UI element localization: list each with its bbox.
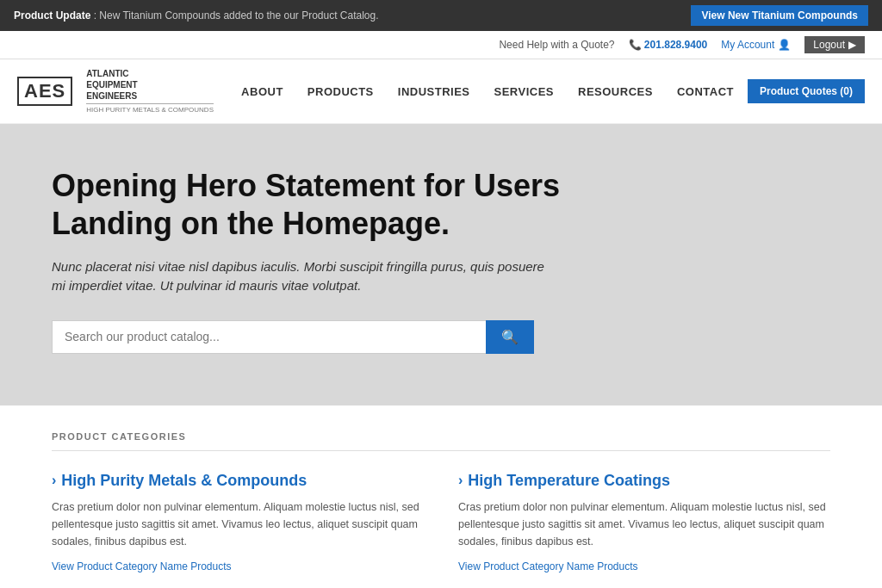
logo-text: ATLANTIC EQUIPMENT ENGINEERS HIGH PURITY…	[86, 68, 214, 115]
account-icon: 👤	[778, 39, 791, 51]
product-quotes-button[interactable]: Product Quotes (0)	[748, 79, 865, 103]
hero-headline: Opening Hero Statement for Users Landing…	[52, 167, 568, 241]
chevron-right-icon-0: ›	[52, 473, 56, 488]
logo-letters: AES	[24, 82, 65, 101]
view-titanium-compounds-button[interactable]: View New Titanium Compounds	[691, 5, 868, 26]
hero-subtext: Nunc placerat nisi vitae nisl dapibus ia…	[52, 257, 551, 296]
category-link-1[interactable]: View Product Category Name Products	[458, 560, 638, 573]
category-item-0: › High Purity Metals & Compounds Cras pr…	[52, 472, 424, 573]
categories-label: PRODUCT CATEGORIES	[52, 431, 830, 442]
header-top-bar: Need Help with a Quote? 📞 201.828.9400 M…	[0, 31, 882, 59]
category-title-1[interactable]: › High Temperature Coatings	[458, 472, 830, 490]
category-desc-1: Cras pretium dolor non pulvinar elementu…	[458, 498, 830, 550]
category-name-1: High Temperature Coatings	[468, 472, 670, 490]
category-name-0: High Purity Metals & Compounds	[61, 472, 307, 490]
nav-item-resources[interactable]: RESOURCES	[568, 80, 663, 103]
logout-button[interactable]: Logout ▶	[804, 36, 865, 53]
phone-icon: 📞	[629, 39, 644, 51]
nav-item-contact[interactable]: CONTACT	[667, 80, 744, 103]
categories-divider	[52, 450, 830, 451]
logout-arrow-icon: ▶	[848, 39, 856, 51]
main-header: AES ATLANTIC EQUIPMENT ENGINEERS HIGH PU…	[0, 59, 882, 124]
my-account-label: My Account	[721, 39, 774, 51]
logo-box: AES	[17, 77, 72, 106]
chevron-right-icon-1: ›	[458, 473, 463, 488]
logout-label: Logout	[813, 39, 845, 51]
logo-tagline: HIGH PURITY METALS & COMPOUNDS	[86, 103, 214, 115]
search-icon: 🔍	[501, 330, 519, 344]
my-account-link[interactable]: My Account 👤	[721, 39, 791, 51]
main-navigation: ABOUT PRODUCTS INDUSTRIES SERVICES RESOU…	[231, 79, 865, 103]
nav-item-industries[interactable]: INDUSTRIES	[388, 80, 481, 103]
phone-number[interactable]: 📞 201.828.9400	[629, 39, 708, 51]
banner-text: Product Update : New Titanium Compounds …	[14, 9, 379, 22]
banner-text-body: : New Titanium Compounds added to the ou…	[94, 9, 379, 22]
banner-text-bold: Product Update	[14, 9, 90, 22]
categories-section: PRODUCT CATEGORIES › High Purity Metals …	[0, 405, 882, 588]
company-line1: ATLANTIC	[86, 68, 214, 79]
search-button[interactable]: 🔍	[486, 320, 534, 354]
category-item-1: › High Temperature Coatings Cras pretium…	[458, 472, 830, 573]
nav-item-about[interactable]: ABOUT	[231, 80, 294, 103]
category-link-0[interactable]: View Product Category Name Products	[52, 560, 232, 573]
top-banner: Product Update : New Titanium Compounds …	[0, 0, 882, 31]
search-bar: 🔍	[52, 320, 534, 354]
categories-grid: › High Purity Metals & Compounds Cras pr…	[52, 472, 830, 588]
hero-section: Opening Hero Statement for Users Landing…	[0, 124, 882, 405]
logo[interactable]: AES ATLANTIC EQUIPMENT ENGINEERS HIGH PU…	[17, 68, 214, 115]
nav-item-products[interactable]: PRODUCTS	[297, 80, 384, 103]
search-input[interactable]	[52, 320, 486, 354]
help-text: Need Help with a Quote?	[499, 39, 614, 51]
category-title-0[interactable]: › High Purity Metals & Compounds	[52, 472, 424, 490]
category-desc-0: Cras pretium dolor non pulvinar elementu…	[52, 498, 424, 550]
company-line2: EQUIPMENT	[86, 79, 214, 90]
company-line3: ENGINEERS	[86, 90, 214, 102]
nav-item-services[interactable]: SERVICES	[484, 80, 565, 103]
